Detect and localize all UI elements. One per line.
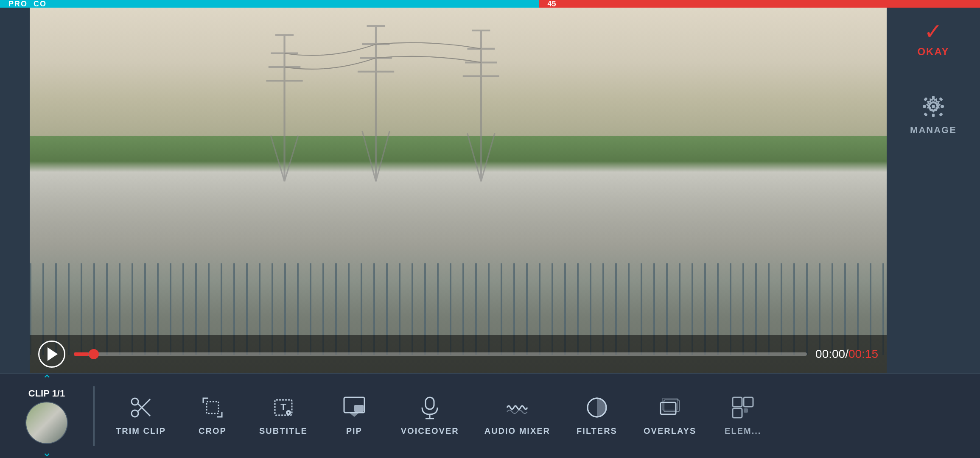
svg-rect-50 <box>661 402 676 414</box>
svg-rect-25 <box>932 114 935 117</box>
crop-label: CROP <box>199 426 227 436</box>
manage-button[interactable]: MANAGE <box>910 92 957 136</box>
crop-icon <box>201 396 224 419</box>
manage-label: MANAGE <box>910 125 957 136</box>
left-panel <box>0 8 30 373</box>
check-icon: ✓ <box>924 20 943 42</box>
pip-label: PIP <box>346 426 362 436</box>
counter-label: 45 <box>548 0 556 8</box>
time-display: 00:00/00:15 <box>815 347 878 361</box>
svg-rect-30 <box>924 112 928 117</box>
microphone-icon <box>418 396 442 419</box>
chevron-down-icon[interactable]: ⌄ <box>42 447 52 458</box>
audio-mixer-icon <box>505 396 529 419</box>
red-progress-section: 45 <box>539 0 980 8</box>
clip-label: CLIP 1/1 <box>28 388 65 399</box>
scissors-icon <box>129 396 153 419</box>
tool-subtitle[interactable]: T SUBTITLE <box>246 396 320 436</box>
tool-crop[interactable]: CROP <box>179 396 246 436</box>
main-content: 00:00/00:15 ✓ OKAY <box>0 8 980 373</box>
pip-icon <box>342 396 366 419</box>
tool-audio-mixer[interactable]: AUDIO MIXER <box>472 396 563 436</box>
time-current: 00:00 <box>815 347 845 360</box>
progress-dot[interactable] <box>89 349 99 359</box>
tool-trim-clip[interactable]: TRIM CLIP <box>103 396 179 436</box>
okay-button[interactable]: ✓ OKAY <box>917 20 949 58</box>
tool-filters[interactable]: FILTERS <box>563 396 631 436</box>
gear-icon <box>918 92 948 121</box>
bottom-toolbar: ⌃ CLIP 1/1 ⌄ TRIM CLIP <box>0 373 980 458</box>
svg-rect-56 <box>744 408 748 413</box>
svg-rect-29 <box>939 97 943 101</box>
svg-rect-45 <box>426 397 434 409</box>
right-panel: ✓ OKAY MANAGE <box>887 8 980 373</box>
elements-icon <box>731 396 755 419</box>
tool-pip[interactable]: PIP <box>320 396 388 436</box>
time-separator: / <box>845 347 848 360</box>
filters-label: FILTERS <box>577 426 617 436</box>
svg-point-23 <box>932 105 935 108</box>
teal-progress-section: PRO CO <box>0 0 539 8</box>
svg-rect-27 <box>941 105 944 108</box>
subtitle-icon: T <box>272 396 295 419</box>
video-frame: 00:00/00:15 <box>30 8 887 373</box>
progress-bar[interactable] <box>74 352 807 356</box>
svg-rect-26 <box>923 105 926 108</box>
clip-thumbnail[interactable] <box>25 402 68 444</box>
toolbar-divider <box>93 386 95 446</box>
chevron-up-icon[interactable]: ⌃ <box>42 374 52 385</box>
video-container: 00:00/00:15 <box>30 8 887 373</box>
play-icon <box>48 347 58 361</box>
svg-rect-43 <box>354 405 364 412</box>
overlays-icon <box>658 396 682 419</box>
elements-label: ELEM... <box>725 426 761 436</box>
okay-label: OKAY <box>917 46 949 58</box>
svg-rect-31 <box>939 112 943 117</box>
time-total: 00:15 <box>848 347 878 360</box>
play-button[interactable] <box>38 341 65 368</box>
audio-mixer-label: AUDIO MIXER <box>484 426 550 436</box>
svg-rect-54 <box>744 397 753 407</box>
svg-rect-36 <box>207 402 218 413</box>
trim-clip-label: TRIM CLIP <box>116 426 166 436</box>
tool-overlays[interactable]: OVERLAYS <box>631 396 709 436</box>
svg-rect-53 <box>733 397 742 407</box>
svg-marker-44 <box>349 413 359 417</box>
pro-label: PRO CO <box>8 0 47 8</box>
clip-info: ⌃ CLIP 1/1 ⌄ <box>8 374 85 458</box>
svg-rect-28 <box>924 97 928 101</box>
video-controls: 00:00/00:15 <box>30 335 887 373</box>
tools-container: TRIM CLIP CROP T <box>103 396 980 436</box>
power-lines-svg <box>158 8 758 190</box>
top-progress-bar: PRO CO 45 <box>0 0 980 8</box>
overlays-label: OVERLAYS <box>644 426 696 436</box>
progress-fill <box>74 352 89 356</box>
video-scene <box>30 8 887 373</box>
subtitle-label: SUBTITLE <box>259 426 308 436</box>
svg-text:T: T <box>280 402 286 412</box>
svg-rect-24 <box>932 96 935 99</box>
filters-icon <box>585 396 609 419</box>
tool-voiceover[interactable]: VOICEOVER <box>388 396 472 436</box>
voiceover-label: VOICEOVER <box>401 426 459 436</box>
tool-elements[interactable]: ELEM... <box>709 396 777 436</box>
svg-rect-55 <box>733 408 742 418</box>
